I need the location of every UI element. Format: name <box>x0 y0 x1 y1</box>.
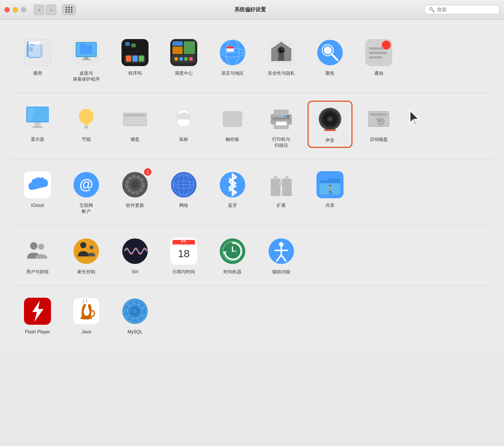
svg-rect-14 <box>82 59 91 60</box>
icon-wrapper-desktop <box>71 38 101 68</box>
icon-item-mission[interactable]: 调度中心 <box>161 35 206 80</box>
icon-item-keyboard[interactable]: 键盘 <box>112 101 158 146</box>
java-icon <box>73 298 100 325</box>
icon-item-softwareupdate[interactable]: 1 软件更新 <box>112 167 158 212</box>
section-personal: File New Ope... 通用 <box>11 27 493 93</box>
back-button[interactable]: ‹ <box>34 5 44 15</box>
main-content: File New Ope... 通用 <box>0 20 504 353</box>
network-label: 网络 <box>179 203 188 209</box>
svg-rect-77 <box>128 120 130 122</box>
window-title: 系统偏好设置 <box>80 6 420 13</box>
svg-rect-12 <box>80 44 86 45</box>
icon-item-notifications[interactable]: 通知 <box>356 35 401 80</box>
flash-icon <box>24 298 51 325</box>
svg-text:18: 18 <box>178 248 189 259</box>
accessibility-label: 辅助功能 <box>272 269 290 275</box>
security-label: 安全性与隐私 <box>268 71 295 77</box>
siri-label: Siri <box>132 269 138 275</box>
icon-item-printers[interactable]: 打印机与扫描仪 <box>259 101 304 151</box>
icons-grid-1: File New Ope... 通用 <box>15 35 489 85</box>
svg-point-151 <box>90 246 93 249</box>
icon-wrapper-displays <box>22 104 52 134</box>
maximize-button[interactable] <box>21 7 26 12</box>
search-icon: 🔍 <box>429 7 435 12</box>
icon-item-mouse[interactable]: 鼠标 <box>161 101 206 146</box>
timemachine-icon <box>219 238 246 265</box>
svg-point-140 <box>285 176 289 179</box>
svg-rect-84 <box>142 122 146 124</box>
grid-view-button[interactable] <box>62 5 76 15</box>
svg-rect-51 <box>369 52 387 54</box>
icon-item-users[interactable]: 用户与群组 <box>15 233 60 278</box>
section-system: 用户与群组 家长控制 <box>11 226 493 286</box>
keyboard-icon <box>122 105 148 132</box>
svg-point-120 <box>131 181 139 188</box>
icon-item-security[interactable]: 安全性与隐私 <box>259 35 304 80</box>
icon-wrapper-general: File New Ope... <box>22 38 52 68</box>
svg-rect-109 <box>370 113 387 116</box>
svg-point-147 <box>30 242 38 250</box>
icon-item-accessibility[interactable]: 辅助功能 <box>259 233 304 278</box>
network-icon <box>170 171 197 198</box>
svg-rect-75 <box>142 117 146 119</box>
cursor-display <box>401 104 431 134</box>
parental-icon <box>73 238 100 265</box>
svg-rect-78 <box>131 120 134 122</box>
svg-rect-7 <box>26 44 43 57</box>
icon-item-extensions[interactable]: 扩展 <box>259 167 304 212</box>
svg-line-63 <box>94 108 94 109</box>
update-badge: 1 <box>144 168 152 176</box>
mouse-label: 鼠标 <box>179 137 188 143</box>
svg-point-148 <box>38 244 44 250</box>
icon-wrapper-mission <box>169 38 199 68</box>
icon-item-parental[interactable]: 家长控制 <box>64 233 109 278</box>
icon-item-general[interactable]: File New Ope... 通用 <box>15 35 60 80</box>
icon-wrapper-extensions <box>266 170 296 200</box>
minimize-button[interactable] <box>13 7 18 12</box>
icon-item-desktop[interactable]: 桌面与屏幕保护程序 <box>64 35 109 85</box>
icon-wrapper-timemachine <box>218 236 248 266</box>
language-icon <box>219 39 246 66</box>
icon-item-sound[interactable]: 声音 <box>308 101 352 148</box>
icon-wrapper-sharing: 🚶 <box>315 170 345 200</box>
svg-rect-71 <box>130 117 133 119</box>
forward-button[interactable]: › <box>46 5 56 15</box>
dock-icon <box>122 39 148 66</box>
icon-item-energy[interactable]: 节能 <box>64 101 109 146</box>
icon-item-displays[interactable]: 显示器 <box>15 101 60 146</box>
svg-point-104 <box>328 118 332 121</box>
icon-item-network[interactable]: 网络 <box>161 167 206 212</box>
icon-item-spotlight[interactable]: 聚焦 <box>308 35 352 80</box>
icon-item-startup[interactable]: 启动磁盘 <box>356 101 401 146</box>
icon-item-mysql[interactable]: MySQL <box>112 293 158 338</box>
close-button[interactable] <box>4 7 10 12</box>
svg-point-153 <box>122 238 148 264</box>
icon-item-siri[interactable]: Siri <box>112 233 158 278</box>
search-input[interactable] <box>437 7 493 12</box>
startup-label: 启动磁盘 <box>370 137 388 143</box>
svg-text:JUL: JUL <box>180 239 187 243</box>
mysql-label: MySQL <box>128 329 142 335</box>
icon-item-dock[interactable]: 程序坞 <box>112 35 158 80</box>
sharing-label: 共享 <box>326 203 334 209</box>
svg-rect-39 <box>278 53 284 61</box>
search-box[interactable]: 🔍 <box>424 5 500 14</box>
icon-item-icloud[interactable]: iCloud <box>15 167 60 212</box>
svg-point-180 <box>133 309 137 313</box>
svg-rect-83 <box>124 122 128 124</box>
svg-rect-18 <box>132 56 138 62</box>
energy-label: 节能 <box>82 137 91 143</box>
icon-item-language[interactable]: 语言与地区 <box>210 35 255 80</box>
icon-item-internet[interactable]: @ 互联网帐户 <box>64 167 109 217</box>
spotlight-icon <box>316 39 344 66</box>
icon-item-java[interactable]: Java <box>64 293 109 338</box>
icon-item-bluetooth[interactable]: 蓝牙 <box>210 167 255 212</box>
mysql-icon <box>122 298 148 325</box>
icon-item-flash[interactable]: Flash Player <box>15 293 60 338</box>
icon-wrapper-mouse <box>169 104 199 134</box>
icon-item-sharing[interactable]: 🚶 共享 <box>308 167 352 212</box>
bluetooth-icon <box>219 171 246 198</box>
icon-item-trackpad[interactable]: 触控板 <box>210 101 255 146</box>
icon-item-datetime[interactable]: JUL 18 日期与时间 <box>161 233 206 278</box>
icon-item-timemachine[interactable]: 时间机器 <box>210 233 255 278</box>
